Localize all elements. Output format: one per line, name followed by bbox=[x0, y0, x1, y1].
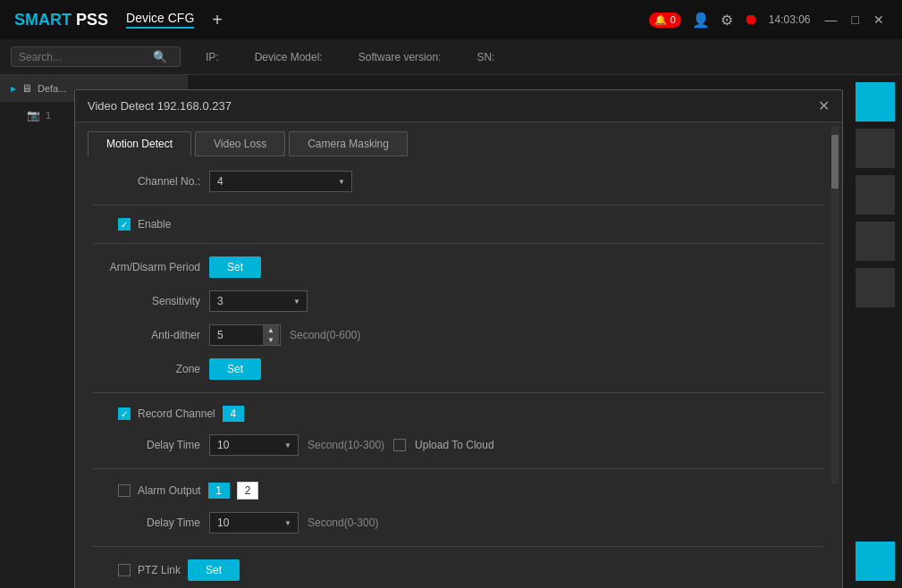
delay-time-hint: Second(10-300) bbox=[308, 439, 384, 451]
scrollbar-thumb[interactable] bbox=[831, 135, 839, 189]
right-panel-btn-bottom[interactable] bbox=[856, 542, 895, 581]
upload-to-cloud-label: Upload To Cloud bbox=[415, 439, 494, 451]
sidebar-device-label: Defa... bbox=[38, 83, 66, 94]
alarm-output-badge-2: 2 bbox=[237, 482, 259, 500]
channel-no-select-wrapper: 4 bbox=[209, 171, 352, 192]
enable-checkbox-wrapper: ✓ Enable bbox=[93, 218, 171, 231]
delay-time-row: Delay Time 10 Second(10-300) Upload To C… bbox=[93, 434, 824, 456]
topbar-right: 🔔 0 👤 ⚙ ⏺ 14:03:06 — □ ✕ bbox=[649, 11, 888, 29]
tab-device-cfg[interactable]: Device CFG bbox=[126, 11, 194, 29]
ptz-link-checkbox[interactable] bbox=[118, 564, 131, 576]
record-channel-checkbox-wrapper: ✓ Record Channel 4 bbox=[93, 406, 244, 422]
right-panel-btn-3[interactable] bbox=[856, 175, 895, 214]
add-tab-button[interactable]: + bbox=[212, 10, 223, 30]
right-panel-btn-2[interactable] bbox=[856, 129, 895, 168]
divider-4 bbox=[93, 468, 824, 469]
anti-dither-down-btn[interactable]: ▼ bbox=[263, 335, 279, 345]
enable-row: ✓ Enable bbox=[93, 218, 824, 231]
right-panel-btn-4[interactable] bbox=[856, 222, 895, 261]
record-channel-checkmark: ✓ bbox=[121, 409, 128, 419]
right-panel bbox=[848, 75, 902, 588]
modal-close-button[interactable]: ✕ bbox=[818, 97, 830, 114]
record-channel-checkbox[interactable]: ✓ bbox=[118, 407, 131, 420]
right-panel-btn-1[interactable] bbox=[856, 82, 895, 122]
enable-label: Enable bbox=[138, 218, 171, 231]
alarm-delay-hint: Second(0-300) bbox=[308, 517, 378, 529]
notification-badge[interactable]: 🔔 0 bbox=[649, 13, 681, 28]
alarm-delay-time-row: Delay Time 10 Second(0-300) bbox=[93, 512, 824, 533]
tab-camera-masking[interactable]: Camera Masking bbox=[289, 131, 408, 156]
record-channel-row: ✓ Record Channel 4 bbox=[93, 406, 824, 422]
alarm-delay-select-wrapper: 10 bbox=[209, 512, 299, 533]
model-label: Device Model: bbox=[255, 51, 323, 63]
search-box: 🔍 bbox=[11, 46, 181, 67]
anti-dither-hint: Second(0-600) bbox=[290, 329, 360, 341]
delay-time-select[interactable]: 10 bbox=[209, 434, 299, 456]
sn-label: SN: bbox=[476, 51, 494, 63]
modal-content: Channel No.: 4 ✓ Enable Arm/Disarm Perio… bbox=[75, 156, 842, 588]
anti-dither-spinner-btns: ▲ ▼ bbox=[263, 325, 279, 345]
search-input[interactable] bbox=[19, 51, 153, 63]
sensitivity-select-wrapper: 3 1 2 4 5 bbox=[209, 290, 308, 312]
sidebar-camera-label: 1 bbox=[46, 110, 51, 121]
anti-dither-spinner: ▲ ▼ bbox=[209, 324, 281, 346]
ptz-link-label: PTZ Link bbox=[138, 564, 181, 576]
arm-disarm-set-button[interactable]: Set bbox=[209, 256, 261, 278]
video-detect-modal: Video Detect 192.168.0.237 ✕ Motion Dete… bbox=[74, 89, 843, 588]
scrollbar-track bbox=[831, 126, 839, 483]
alarm-delay-time-label: Delay Time bbox=[93, 517, 200, 529]
enable-checkbox[interactable]: ✓ bbox=[118, 218, 131, 231]
gear-button[interactable]: ⚙ bbox=[721, 12, 733, 29]
app-logo: SMART PSS bbox=[14, 11, 108, 29]
alarm-output-checkbox[interactable] bbox=[118, 484, 131, 497]
divider-2 bbox=[93, 243, 824, 244]
sensitivity-label: Sensitivity bbox=[93, 295, 200, 307]
person-button[interactable]: 👤 bbox=[692, 12, 710, 29]
zone-label: Zone bbox=[93, 363, 200, 375]
right-panel-btn-5[interactable] bbox=[856, 268, 895, 307]
alarm-output-label: Alarm Output bbox=[138, 484, 201, 497]
channel-no-label: Channel No.: bbox=[93, 175, 200, 188]
tab-motion-detect[interactable]: Motion Detect bbox=[88, 131, 191, 156]
anti-dither-label: Anti-dither bbox=[93, 329, 200, 341]
record-channel-label: Record Channel bbox=[138, 407, 215, 420]
divider-3 bbox=[93, 392, 824, 393]
channel-no-row: Channel No.: 4 bbox=[93, 171, 824, 192]
maximize-button[interactable]: □ bbox=[848, 11, 863, 29]
modal-titlebar: Video Detect 192.168.0.237 ✕ bbox=[75, 90, 842, 122]
secondbar: 🔍 IP: Device Model: Software version: SN… bbox=[0, 39, 902, 75]
tab-video-loss[interactable]: Video Loss bbox=[195, 131, 285, 156]
sensitivity-row: Sensitivity 3 1 2 4 5 bbox=[93, 290, 824, 312]
alarm-output-checkbox-wrapper: Alarm Output 1 2 bbox=[93, 482, 258, 500]
divider-5 bbox=[93, 546, 824, 547]
time-display: 14:03:06 bbox=[769, 13, 811, 26]
search-icon: 🔍 bbox=[153, 50, 167, 63]
ptz-link-row: PTZ Link Set bbox=[93, 559, 824, 581]
ptz-set-button[interactable]: Set bbox=[188, 559, 240, 581]
arm-disarm-label: Arm/Disarm Period bbox=[93, 261, 200, 273]
channel-no-select[interactable]: 4 bbox=[209, 171, 352, 192]
ptz-link-checkbox-wrapper: PTZ Link Set bbox=[93, 559, 240, 581]
zone-row: Zone Set bbox=[93, 358, 824, 380]
record-button[interactable]: ⏺ bbox=[744, 12, 758, 28]
alarm-delay-select[interactable]: 10 bbox=[209, 512, 299, 533]
delay-time-select-wrapper: 10 bbox=[209, 434, 299, 456]
modal-tabs: Motion Detect Video Loss Camera Masking bbox=[75, 122, 842, 156]
arm-disarm-row: Arm/Disarm Period Set bbox=[93, 256, 824, 278]
delay-time-label: Delay Time bbox=[93, 439, 200, 451]
modal-title: Video Detect 192.168.0.237 bbox=[88, 99, 232, 113]
window-close-button[interactable]: ✕ bbox=[870, 11, 888, 29]
software-label: Software version: bbox=[358, 51, 442, 63]
zone-set-button[interactable]: Set bbox=[209, 358, 261, 380]
alarm-output-badge-1: 1 bbox=[208, 483, 230, 499]
sensitivity-select[interactable]: 3 1 2 4 5 bbox=[209, 290, 308, 312]
anti-dither-up-btn[interactable]: ▲ bbox=[263, 325, 279, 335]
upload-cloud-checkbox[interactable] bbox=[393, 439, 406, 451]
notif-count: 0 bbox=[670, 14, 676, 25]
ip-label: IP: bbox=[206, 51, 219, 63]
device-info: IP: Device Model: Software version: SN: bbox=[206, 51, 494, 63]
anti-dither-row: Anti-dither ▲ ▼ Second(0-600) bbox=[93, 324, 824, 346]
minimize-button[interactable]: — bbox=[822, 11, 841, 29]
record-channel-badge: 4 bbox=[223, 406, 244, 422]
topbar-left: SMART PSS Device CFG + bbox=[14, 10, 223, 30]
